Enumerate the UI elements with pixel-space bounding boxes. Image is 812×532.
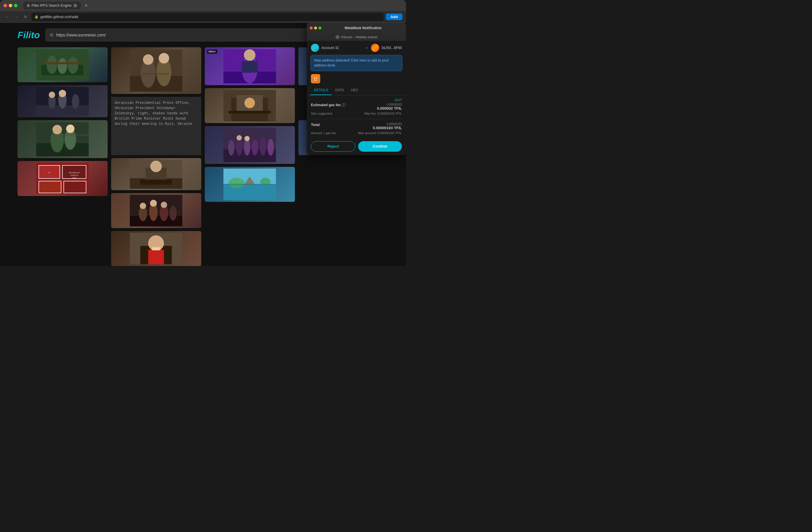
- image-content: [17, 85, 107, 117]
- mm-account-avatar: [311, 44, 319, 52]
- mm-fee-main: 0.000002 TFIL: [377, 106, 402, 111]
- mm-tabs: DETAILS DATA HEX: [307, 86, 406, 95]
- browser-tab[interactable]: ⊞ Filito IPFS Search Engine ×: [23, 2, 81, 9]
- svg-point-77: [229, 178, 245, 188]
- mm-fee-section: Estimated gas fee i 0.00000193 0.000002 …: [311, 103, 402, 119]
- tab-label: Filito IPFS Search Engine: [31, 3, 71, 8]
- filito-logo: Filito: [17, 30, 40, 41]
- fox-svg: [311, 74, 320, 83]
- mm-max-fee-value: 0.00000193 TFIL: [377, 112, 402, 115]
- mm-body: EDIT Estimated gas fee i 0.00000193 0.00…: [307, 95, 406, 138]
- minimize-button[interactable]: [9, 4, 12, 7]
- mm-total-small: 0.00000193: [373, 123, 402, 126]
- svg-point-101: [314, 77, 315, 79]
- mm-tab-data[interactable]: DATA: [332, 86, 347, 95]
- mm-fee-label: Estimated gas fee i: [311, 103, 346, 107]
- close-button[interactable]: [3, 4, 7, 7]
- mm-fee-row: Estimated gas fee i 0.00000193 0.000002 …: [311, 103, 402, 111]
- image-content: [111, 158, 201, 190]
- image-item-crowd[interactable]: [205, 126, 295, 164]
- metamask-popup: MetaMask Notification ? Filecoin – Walla…: [307, 23, 406, 155]
- image-content: [17, 120, 107, 158]
- image-item-soldiers[interactable]: [17, 120, 107, 158]
- add-button[interactable]: Add: [386, 13, 403, 20]
- mm-max-amount-value: 0.00000193 TFIL: [377, 131, 402, 135]
- caption-box: Ukrainian Presidential Press Office, Ukr…: [111, 97, 201, 155]
- svg-point-12: [59, 89, 66, 97]
- handshake-svg: [116, 49, 197, 91]
- image-content: [205, 88, 295, 123]
- svg-point-102: [316, 77, 317, 79]
- svg-point-73: [237, 135, 242, 140]
- image-item-stamps[interactable]: 8 THE WORLD IS YOURS TO TAKE: [17, 161, 107, 196]
- svg-rect-80: [224, 184, 276, 185]
- svg-point-48: [150, 200, 157, 206]
- mm-fee-values: 0.00000193 0.000002 TFIL: [377, 103, 402, 111]
- lock-icon: 🔒: [34, 15, 39, 19]
- mm-new-address-banner[interactable]: New address detected! Click here to add …: [310, 55, 403, 71]
- caption-text: Ukrainian Presidential Press Office, Ukr…: [115, 101, 192, 126]
- refresh-button[interactable]: ↻: [22, 13, 29, 20]
- copy-icon: ⧉: [50, 32, 53, 38]
- svg-text:8: 8: [49, 171, 50, 174]
- image-content: FIFA+: [205, 47, 295, 85]
- svg-point-67: [228, 140, 235, 156]
- svg-point-4: [68, 57, 78, 74]
- image-item-kim[interactable]: [17, 85, 107, 117]
- mm-max-fee-row: Max fee: 0.00000193 TFIL: [364, 112, 402, 115]
- image-item-military[interactable]: [17, 47, 107, 82]
- svg-point-70: [252, 140, 258, 155]
- image-item-coast[interactable]: [205, 167, 295, 202]
- content-area: Filito ⧉ https://www.euronews.com/: [0, 23, 406, 266]
- reject-button[interactable]: Reject: [311, 141, 355, 152]
- mm-close-button[interactable]: [310, 27, 313, 29]
- mm-info-icon[interactable]: i: [342, 103, 346, 107]
- crowd-svg: [209, 128, 290, 162]
- image-item-baker2[interactable]: [205, 88, 295, 123]
- svg-rect-19: [52, 134, 89, 135]
- mm-site-suggested-label: Site suggested: [311, 112, 332, 115]
- svg-marker-100: [314, 79, 317, 81]
- image-item-handshake[interactable]: [111, 47, 201, 94]
- traffic-lights: [3, 4, 17, 7]
- grid-col-2: Ukrainian Presidential Press Office, Ukr…: [111, 47, 201, 266]
- mm-maximize-button[interactable]: [319, 27, 321, 29]
- mm-recipient-address: 0x293...8F60: [381, 46, 402, 50]
- mm-new-address-text: New address detected! Click here to add …: [314, 58, 389, 67]
- image-item-trump[interactable]: [111, 231, 201, 266]
- svg-point-17: [53, 125, 62, 134]
- image-content: [111, 47, 201, 94]
- ceremony-svg: [116, 195, 197, 226]
- mm-total-section: Total 0.00000193 0.00000193 TFIL Amount …: [311, 121, 402, 135]
- image-item-baker[interactable]: [111, 158, 201, 190]
- mm-total-values: 0.00000193 0.00000193 TFIL: [373, 123, 402, 130]
- svg-point-63: [245, 98, 255, 108]
- mm-tab-details[interactable]: DETAILS: [310, 86, 332, 95]
- forward-button[interactable]: →: [13, 13, 20, 20]
- mm-edit-button[interactable]: EDIT: [395, 98, 402, 102]
- baker2-svg: [209, 90, 290, 121]
- image-item-fifa[interactable]: FIFA+: [205, 47, 295, 85]
- confirm-button[interactable]: Confirm: [358, 141, 402, 152]
- mm-edit-row: EDIT: [311, 98, 402, 102]
- mm-total-label: Total: [311, 123, 320, 127]
- mm-arrow-icon: →: [364, 45, 369, 51]
- mm-fox-icon: [311, 74, 320, 83]
- tab-close-button[interactable]: ×: [73, 3, 77, 8]
- svg-rect-23: [39, 181, 61, 193]
- mm-minimize-button[interactable]: [314, 27, 317, 29]
- address-bar[interactable]: 🔒 getfilito.github.io/#/add: [31, 13, 383, 21]
- mm-network-label: Filecoin – Wallaby testnet: [341, 35, 378, 39]
- image-content: [205, 126, 295, 164]
- mm-tab-hex[interactable]: HEX: [347, 86, 362, 95]
- mm-traffic-lights: [310, 27, 321, 29]
- svg-point-72: [268, 139, 274, 156]
- new-tab-button[interactable]: +: [82, 1, 90, 10]
- svg-rect-30: [130, 76, 183, 91]
- image-item-ceremony[interactable]: [111, 193, 201, 228]
- maximize-button[interactable]: [14, 4, 17, 7]
- image-content: [205, 167, 295, 202]
- svg-rect-54: [152, 247, 160, 250]
- fifa-logo-text: FIFA+: [207, 49, 217, 54]
- back-button[interactable]: ←: [3, 13, 11, 20]
